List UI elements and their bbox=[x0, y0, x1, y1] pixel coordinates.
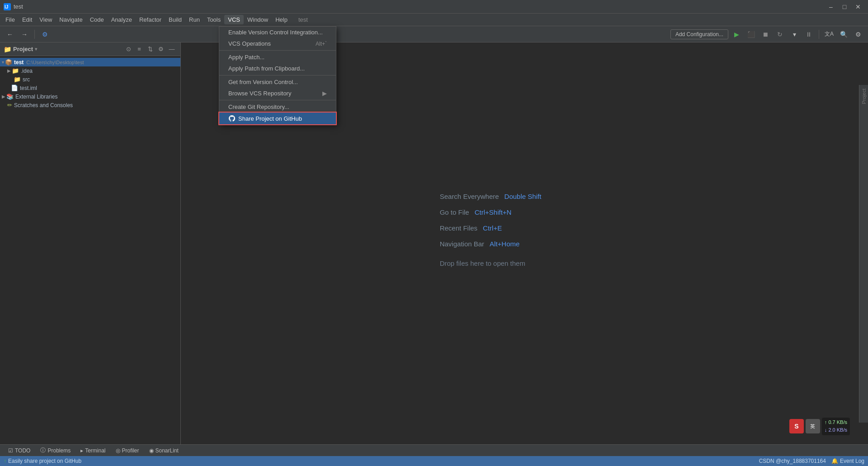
vcs-get-from-vcs[interactable]: Get from Version Control... bbox=[219, 76, 336, 88]
search-everywhere-shortcut: Double Shift bbox=[505, 193, 542, 200]
toolbar-run-controls: ▶ ⬛ ⏹ ↻ ▾ ⏸ bbox=[730, 28, 815, 41]
menu-bar: File Edit View Navigate Code Analyze Ref… bbox=[0, 14, 868, 26]
tab-profiler[interactable]: ◎ Profiler bbox=[111, 447, 144, 455]
more-button[interactable]: ▾ bbox=[788, 28, 801, 41]
vcs-apply-patch[interactable]: Apply Patch... bbox=[219, 52, 336, 63]
tree-item-external-libs[interactable]: ▶ 📚 External Libraries bbox=[0, 92, 180, 101]
menu-tools[interactable]: Tools bbox=[203, 15, 224, 24]
menu-edit[interactable]: Edit bbox=[19, 15, 36, 24]
recent-files-label: Recent Files bbox=[440, 224, 477, 232]
create-git-label: Create Git Repository... bbox=[228, 104, 289, 110]
pause-button[interactable]: ⏸ bbox=[802, 28, 815, 41]
menu-build[interactable]: Build bbox=[165, 15, 185, 24]
app-icon: IJ bbox=[4, 3, 11, 10]
vcs-share-github[interactable]: Share Project on GitHub bbox=[219, 113, 336, 124]
tree-item-iml[interactable]: 📄 test.iml bbox=[0, 84, 180, 92]
tree-item-scratches[interactable]: ▶ ✏ Scratches and Consoles bbox=[0, 101, 180, 109]
separator-2 bbox=[219, 75, 336, 75]
module-icon: 📦 bbox=[5, 59, 12, 66]
vcs-browse-repository[interactable]: Browse VCS Repository ▶ bbox=[219, 88, 336, 99]
tab-sonarlint[interactable]: ◉ SonarLint bbox=[145, 447, 183, 455]
lang-icon: 英 bbox=[806, 419, 820, 433]
add-configuration-button[interactable]: Add Configuration... bbox=[670, 29, 728, 39]
sonarlint-icon: ◉ bbox=[149, 447, 154, 454]
menu-tab-test[interactable]: test bbox=[295, 15, 311, 24]
browse-vcs-label: Browse VCS Repository bbox=[228, 90, 291, 97]
menu-window[interactable]: Window bbox=[244, 15, 272, 24]
project-settings-btn[interactable]: ⚙ bbox=[156, 44, 166, 54]
project-tree: ▾ 📦 test C:\Users\chy\Desktop\test ▶ 📁 .… bbox=[0, 56, 180, 444]
toolbar-build[interactable]: ⚙ bbox=[38, 28, 51, 41]
tree-item-src[interactable]: ▶ 📁 src bbox=[0, 75, 180, 84]
toolbar-forward[interactable]: → bbox=[18, 28, 31, 41]
menu-vcs[interactable]: VCS bbox=[224, 15, 244, 24]
status-message: Easily share project on GitHub bbox=[8, 458, 81, 464]
debug-button[interactable]: ⬛ bbox=[745, 28, 757, 41]
goto-file-shortcut: Ctrl+Shift+N bbox=[475, 208, 512, 216]
file-icon-iml: 📄 bbox=[11, 85, 18, 91]
menu-view[interactable]: View bbox=[36, 15, 56, 24]
search-hint-row: Search Everywhere Double Shift bbox=[440, 193, 542, 200]
event-log-label: Event Log bbox=[840, 458, 864, 464]
search-everywhere-button[interactable]: 🔍 bbox=[837, 28, 850, 41]
project-expand-btn[interactable]: ⇅ bbox=[145, 44, 155, 54]
menu-analyze[interactable]: Analyze bbox=[108, 15, 136, 24]
close-button[interactable]: ✕ bbox=[852, 2, 864, 12]
sonarlint-label: SonarLint bbox=[156, 447, 179, 454]
tree-arrow-root: ▾ bbox=[2, 60, 4, 65]
todo-label: TODO bbox=[15, 447, 30, 454]
minimize-button[interactable]: – bbox=[825, 2, 837, 12]
project-title-text: Project bbox=[13, 46, 33, 52]
title-bar: IJ test – □ ✕ bbox=[0, 0, 868, 14]
tab-todo[interactable]: ☑ TODO bbox=[4, 447, 35, 455]
csdn-user: CSDN @chy_18883701164 bbox=[759, 458, 826, 464]
tab-problems[interactable]: ⓘ Problems bbox=[36, 446, 75, 455]
status-right: CSDN @chy_18883701164 🔔 Event Log bbox=[759, 458, 864, 464]
vcs-operations[interactable]: VCS Operations Alt+` bbox=[219, 38, 336, 49]
project-scope-btn[interactable]: ⊙ bbox=[123, 44, 133, 54]
vcs-apply-patch-clipboard[interactable]: Apply Patch from Clipboard... bbox=[219, 63, 336, 74]
apply-patch-label: Apply Patch... bbox=[228, 54, 264, 61]
vcs-dropdown-menu: Enable Version Control Integration... VC… bbox=[219, 26, 336, 125]
menu-refactor[interactable]: Refactor bbox=[136, 15, 165, 24]
todo-icon: ☑ bbox=[8, 447, 13, 454]
menu-help[interactable]: Help bbox=[272, 15, 291, 24]
vcs-enable-integration[interactable]: Enable Version Control Integration... bbox=[219, 27, 336, 38]
right-panel-label[interactable]: Project bbox=[860, 87, 868, 106]
project-collapse-btn[interactable]: ≡ bbox=[134, 44, 144, 54]
menu-file[interactable]: File bbox=[2, 15, 19, 24]
rerun-button[interactable]: ↻ bbox=[774, 28, 786, 41]
settings-button[interactable]: ⚙ bbox=[852, 28, 864, 41]
window-title: test bbox=[14, 3, 23, 10]
drop-files-hint: Drop files here to open them bbox=[440, 259, 525, 267]
toolbar: ← → ⚙ Add Configuration... ▶ ⬛ ⏹ ↻ ▾ ⏸ 文… bbox=[0, 26, 868, 42]
tree-arrow-idea: ▶ bbox=[7, 68, 11, 73]
browse-vcs-arrow: ▶ bbox=[322, 90, 327, 97]
upload-speed: ↑ 0.7 KB/s bbox=[825, 419, 847, 427]
tree-item-idea[interactable]: ▶ 📁 .idea bbox=[0, 66, 180, 75]
status-icon: ↑ bbox=[4, 458, 6, 464]
vcs-create-git[interactable]: Create Git Repository... bbox=[219, 101, 336, 113]
stop-button[interactable]: ⏹ bbox=[759, 28, 772, 41]
project-hide-btn[interactable]: — bbox=[167, 44, 177, 54]
tree-item-root[interactable]: ▾ 📦 test C:\Users\chy\Desktop\test bbox=[0, 58, 180, 66]
event-log[interactable]: 🔔 Event Log bbox=[831, 458, 864, 464]
maximize-button[interactable]: □ bbox=[838, 2, 851, 12]
translate-icon[interactable]: 文A bbox=[823, 28, 835, 41]
toolbar-back[interactable]: ← bbox=[4, 28, 16, 41]
run-button[interactable]: ▶ bbox=[730, 28, 743, 41]
download-speed: ↓ 2.0 KB/s bbox=[825, 426, 847, 434]
right-side-panel: Project bbox=[859, 85, 868, 423]
problems-label: Problems bbox=[47, 447, 71, 454]
menu-navigate[interactable]: Navigate bbox=[56, 15, 86, 24]
nav-bar-label: Navigation Bar bbox=[440, 240, 484, 248]
window-controls: – □ ✕ bbox=[825, 2, 864, 12]
tab-terminal[interactable]: ▸ Terminal bbox=[76, 447, 110, 455]
editor-hints: Search Everywhere Double Shift Go to Fil… bbox=[440, 193, 542, 267]
recent-files-shortcut: Ctrl+E bbox=[483, 224, 502, 232]
apply-patch-clipboard-label: Apply Patch from Clipboard... bbox=[228, 65, 305, 72]
bottom-toolbar: ☑ TODO ⓘ Problems ▸ Terminal ◎ Profiler … bbox=[0, 444, 868, 456]
sonar-icon: S bbox=[789, 419, 804, 433]
menu-run[interactable]: Run bbox=[185, 15, 203, 24]
menu-code[interactable]: Code bbox=[86, 15, 108, 24]
